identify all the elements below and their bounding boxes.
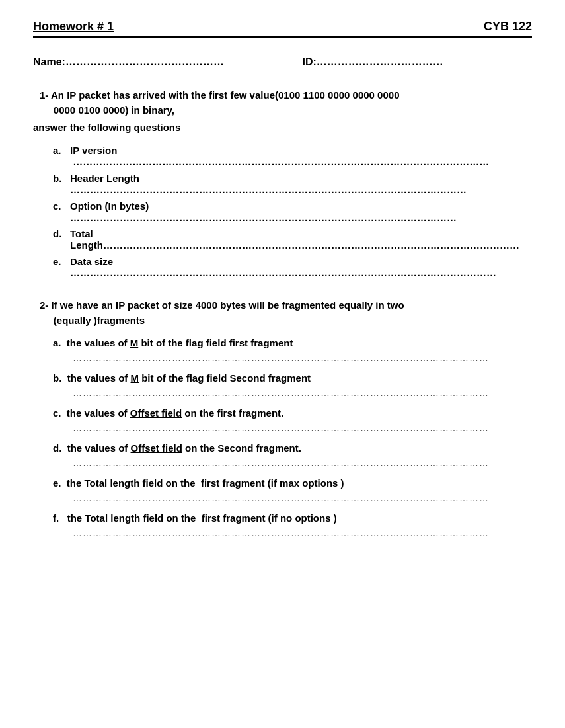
question-1-number: 1- bbox=[40, 89, 48, 101]
q2-dots-c: …………………………………………………………………………………………………………… bbox=[73, 423, 532, 433]
q2-sub-a: a. the values of M bit of the flag field… bbox=[53, 337, 532, 348]
q1-text-a: IP version ……………………………………………………………………………… bbox=[70, 145, 532, 167]
answer-instruction: answer the following questions bbox=[33, 122, 532, 133]
questions-section: 1- An IP packet has arrived with the fir… bbox=[33, 88, 532, 538]
q1-label-b: b. bbox=[53, 173, 66, 195]
question-1-sub-list: a. IP version ……………………………………………………………………… bbox=[33, 145, 532, 278]
q2-label-b: b. bbox=[53, 372, 67, 384]
q1-label-a: a. bbox=[53, 145, 66, 167]
name-id-row: Name:……………………………………… ID:……………………………… bbox=[33, 56, 532, 68]
q1-text-e: Data size ………………………………………………………………………………… bbox=[70, 256, 532, 278]
q2-sub-e: e. the Total length field on the first f… bbox=[53, 477, 532, 489]
q2-label-e: e. bbox=[53, 477, 67, 489]
q1-sub-b: b. Header Length ……………………………………………………………… bbox=[53, 173, 532, 195]
q1-sub-a: a. IP version ……………………………………………………………………… bbox=[53, 145, 532, 167]
question-2-line2: (equally )fragments bbox=[54, 315, 145, 326]
question-1-line2: 0000 0100 0000) in binary, bbox=[54, 104, 174, 116]
q2-dots-b: …………………………………………………………………………………………………………… bbox=[73, 387, 532, 398]
q2-dots-a: …………………………………………………………………………………………………………… bbox=[73, 352, 532, 363]
q1-sub-d: d. Total Length…………………………………………………………………… bbox=[53, 228, 532, 251]
q1-sub-c: c. Option (In bytes) …………………………………………………… bbox=[53, 200, 532, 223]
course-code: CYB 122 bbox=[484, 20, 532, 34]
q1-sub-e: e. Data size ………………………………………………………………………… bbox=[53, 256, 532, 278]
question-1-title: 1- An IP packet has arrived with the fir… bbox=[33, 88, 532, 118]
q1-label-d: d. bbox=[53, 228, 66, 251]
q2-dots-f: …………………………………………………………………………………………………………… bbox=[73, 528, 532, 538]
homework-title: Homework # 1 bbox=[33, 20, 114, 34]
q2-label-a: a. bbox=[53, 337, 67, 348]
q2-label-d: d. bbox=[53, 442, 67, 454]
question-2-title: 2- If we have an IP packet of size 4000 … bbox=[33, 298, 532, 328]
q2-sub-c: c. the values of Offset field on the fir… bbox=[53, 407, 532, 419]
question-1-block: 1- An IP packet has arrived with the fir… bbox=[33, 88, 532, 278]
q2-label-c: c. bbox=[53, 407, 67, 419]
question-2-block: 2- If we have an IP packet of size 4000 … bbox=[33, 298, 532, 538]
q1-text-b: Header Length ……………………………………………………………………… bbox=[70, 173, 532, 195]
question-2-line1: If we have an IP packet of size 4000 byt… bbox=[52, 300, 404, 311]
q1-text-d: Total Length…………………………………………………………………………… bbox=[70, 228, 532, 251]
q2-label-f: f. bbox=[53, 512, 67, 524]
q2-dots-d: …………………………………………………………………………………………………………… bbox=[73, 458, 532, 468]
question-1-line1: An IP packet has arrived with the first … bbox=[51, 89, 400, 101]
name-field: Name:……………………………………… bbox=[33, 56, 263, 68]
q1-label-c: c. bbox=[53, 200, 66, 223]
q2-sub-b: b. the values of M bit of the flag field… bbox=[53, 372, 532, 384]
q1-text-c: Option (In bytes) …………………………………………………………… bbox=[70, 200, 532, 223]
q2-sub-f: f. the Total length field on the first f… bbox=[53, 512, 532, 524]
page-header: Homework # 1 CYB 122 bbox=[33, 20, 532, 38]
q1-label-e: e. bbox=[53, 256, 66, 278]
q2-dots-e: …………………………………………………………………………………………………………… bbox=[73, 493, 532, 503]
question-2-number: 2- bbox=[40, 300, 48, 311]
id-field: ID:……………………………… bbox=[303, 56, 533, 68]
q2-sub-d: d. the values of Offset field on the Sec… bbox=[53, 442, 532, 454]
